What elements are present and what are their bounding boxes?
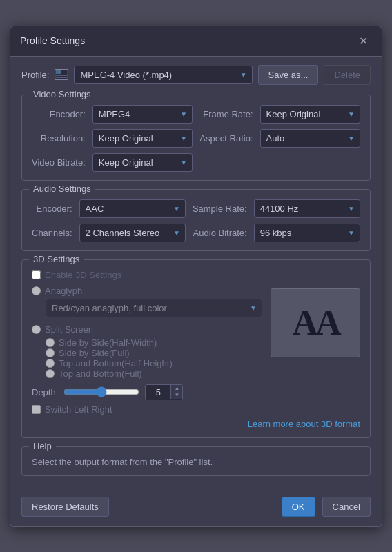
resolution-select-wrapper[interactable]: Keep Original1920x10801280x720	[92, 129, 193, 148]
top-half-radio[interactable]	[46, 359, 55, 368]
video-settings-grid: Encoder: MPEG4H.264H.265 Frame Rate: Kee…	[32, 105, 360, 172]
profile-row: Profile: MPEG-4 Video (*.mp4) AVI MKV Sa…	[21, 65, 371, 85]
enable-3d-label[interactable]: Enable 3D Settings	[45, 270, 121, 280]
enable-3d-row: Enable 3D Settings	[32, 270, 360, 280]
delete-button: Delete	[324, 65, 371, 85]
anaglyph-select-wrapper: Red/cyan anaglyph, full color Red/cyan a…	[46, 299, 262, 317]
help-section: Help Select the output format from the "…	[21, 446, 371, 476]
audio-bitrate-select[interactable]: 96 kbps128 kbps192 kbps	[254, 224, 360, 242]
video-bitrate-select[interactable]: Keep Original1000 kbps2000 kbps	[92, 153, 193, 172]
depth-up-button[interactable]: ▲	[171, 385, 182, 392]
audio-settings-title: Audio Settings	[29, 184, 95, 194]
anaglyph-radio[interactable]	[32, 286, 41, 295]
dialog-content: Profile: MPEG-4 Video (*.mp4) AVI MKV Sa…	[10, 57, 382, 497]
frame-rate-label: Frame Rate:	[199, 109, 253, 119]
side-full-row: Side by Side(Full)	[46, 348, 262, 358]
encoder-select-wrapper[interactable]: MPEG4H.264H.265	[92, 105, 193, 124]
aspect-ratio-select[interactable]: Auto16:94:3	[260, 129, 360, 148]
depth-arrows: ▲ ▼	[170, 385, 182, 399]
3d-left-panel: Anaglyph Red/cyan anaglyph, full color R…	[32, 286, 262, 415]
close-button[interactable]: ✕	[355, 33, 372, 49]
save-as-button[interactable]: Save as...	[258, 65, 319, 85]
profile-label: Profile:	[21, 70, 49, 80]
top-full-row: Top and Bottom(Full)	[46, 368, 262, 379]
audio-settings-grid: Encoder: AACMP3AC3 Sample Rate: 44100 Hz…	[32, 199, 360, 242]
frame-rate-select[interactable]: Keep Original2430	[260, 105, 360, 124]
svg-rect-1	[56, 70, 61, 74]
depth-slider[interactable]	[63, 386, 139, 397]
3d-settings-section: 3D Settings Enable 3D Settings Anaglyph	[21, 259, 371, 438]
depth-spinner: 5 ▲ ▼	[145, 384, 183, 400]
profile-format-icon	[55, 69, 68, 80]
switch-left-right-row: Switch Left Right	[32, 404, 262, 415]
audio-encoder-select[interactable]: AACMP3AC3	[79, 199, 186, 218]
resolution-label: Resolution:	[32, 133, 86, 144]
anaglyph-radio-row: Anaglyph	[32, 286, 262, 296]
3d-radio-group: Anaglyph Red/cyan anaglyph, full color R…	[32, 286, 262, 379]
anaglyph-options: Red/cyan anaglyph, full color Red/cyan a…	[46, 299, 262, 317]
audio-encoder-label: Encoder:	[32, 204, 72, 214]
depth-down-button[interactable]: ▼	[171, 392, 182, 399]
top-half-row: Top and Bottom(Half-Height)	[46, 358, 262, 368]
split-screen-radio[interactable]	[32, 325, 41, 334]
sample-rate-label: Sample Rate:	[193, 204, 247, 214]
3d-preview-box: AA	[271, 288, 360, 357]
video-settings-title: Video Settings	[29, 89, 95, 99]
3d-settings-title: 3D Settings	[29, 254, 84, 264]
audio-encoder-select-wrapper[interactable]: AACMP3AC3	[79, 199, 186, 218]
svg-rect-3	[56, 77, 67, 78]
profile-select-wrapper[interactable]: MPEG-4 Video (*.mp4) AVI MKV	[74, 66, 252, 84]
side-full-radio[interactable]	[46, 348, 55, 357]
top-half-label: Top and Bottom(Half-Height)	[59, 358, 173, 368]
top-full-label: Top and Bottom(Full)	[59, 368, 142, 379]
encoder-label: Encoder:	[32, 109, 86, 119]
resolution-select[interactable]: Keep Original1920x10801280x720	[92, 129, 193, 148]
audio-settings-section: Audio Settings Encoder: AACMP3AC3 Sample…	[21, 189, 371, 251]
top-full-radio[interactable]	[46, 369, 55, 378]
split-screen-radio-row: Split Screen	[32, 324, 262, 335]
dialog-title: Profile Settings	[20, 35, 85, 46]
svg-rect-2	[56, 75, 67, 76]
bottom-bar: Restore Defaults OK Cancel	[10, 497, 382, 526]
video-settings-section: Video Settings Encoder: MPEG4H.264H.265 …	[21, 95, 371, 181]
learn-more-row: Learn more about 3D format	[32, 419, 360, 429]
enable-3d-checkbox[interactable]	[32, 270, 41, 279]
side-half-row: Side by Side(Half-Width)	[46, 337, 262, 348]
help-title: Help	[29, 441, 56, 451]
aspect-ratio-label: Aspect Ratio:	[199, 133, 253, 144]
profile-select[interactable]: MPEG-4 Video (*.mp4) AVI MKV	[74, 66, 252, 84]
frame-rate-select-wrapper[interactable]: Keep Original2430	[260, 105, 360, 124]
depth-label: Depth:	[32, 387, 58, 397]
help-text: Select the output format from the "Profi…	[32, 457, 360, 467]
preview-text: AA	[292, 302, 338, 343]
restore-defaults-button[interactable]: Restore Defaults	[21, 497, 109, 517]
switch-left-right-checkbox[interactable]	[32, 405, 41, 414]
channels-label: Channels:	[32, 228, 72, 238]
switch-left-right-label: Switch Left Right	[45, 404, 112, 415]
audio-bitrate-select-wrapper[interactable]: 96 kbps128 kbps192 kbps	[254, 224, 360, 242]
side-half-radio[interactable]	[46, 338, 55, 347]
3d-main-content: Anaglyph Red/cyan anaglyph, full color R…	[32, 286, 360, 415]
sample-rate-select-wrapper[interactable]: 44100 Hz22050 Hz48000 Hz	[254, 199, 360, 218]
split-screen-options: Side by Side(Half-Width) Side by Side(Fu…	[46, 337, 262, 379]
split-screen-label: Split Screen	[45, 324, 93, 335]
title-bar: Profile Settings ✕	[10, 26, 382, 57]
audio-bitrate-label: Audio Bitrate:	[193, 228, 247, 238]
channels-select[interactable]: 2 Channels Stereo1 Channel Mono	[79, 224, 186, 242]
learn-more-link[interactable]: Learn more about 3D format	[248, 419, 360, 429]
profile-settings-dialog: Profile Settings ✕ Profile: MPEG-4 Video…	[10, 26, 382, 527]
video-bitrate-select-wrapper[interactable]: Keep Original1000 kbps2000 kbps	[92, 153, 193, 172]
anaglyph-select: Red/cyan anaglyph, full color Red/cyan a…	[46, 299, 262, 317]
video-encoder-select[interactable]: MPEG4H.264H.265	[92, 105, 193, 124]
aspect-ratio-select-wrapper[interactable]: Auto16:94:3	[260, 129, 360, 148]
video-bitrate-label: Video Bitrate:	[32, 157, 86, 168]
cancel-button[interactable]: Cancel	[322, 497, 371, 517]
sample-rate-select[interactable]: 44100 Hz22050 Hz48000 Hz	[254, 199, 360, 218]
depth-row: Depth: 5 ▲ ▼	[32, 384, 262, 400]
side-half-label: Side by Side(Half-Width)	[59, 337, 157, 348]
3d-preview-panel: AA	[271, 286, 360, 415]
3d-settings-content: Enable 3D Settings Anaglyph	[32, 270, 360, 429]
anaglyph-label: Anaglyph	[45, 286, 82, 296]
channels-select-wrapper[interactable]: 2 Channels Stereo1 Channel Mono	[79, 224, 186, 242]
ok-button[interactable]: OK	[282, 497, 315, 517]
